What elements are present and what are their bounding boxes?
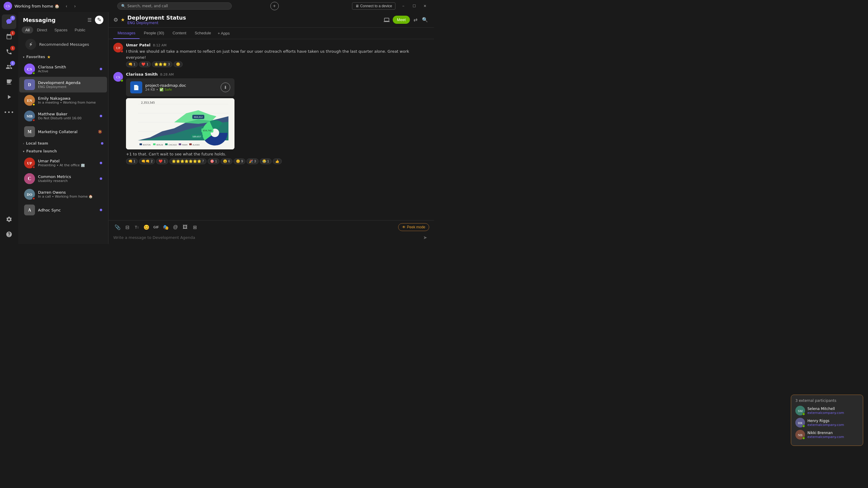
- meet-button[interactable]: Meet: [393, 16, 410, 24]
- tab-spaces[interactable]: Spaces: [51, 27, 71, 33]
- connect-device-button[interactable]: 🖥 Connect to a device: [352, 2, 396, 10]
- sticker-button[interactable]: 🎭: [161, 223, 170, 231]
- tab-messages[interactable]: Messages: [113, 28, 140, 39]
- peek-mode-button[interactable]: 👁 Peek mode: [398, 223, 429, 231]
- search-placeholder: Search, meet, and call: [127, 4, 168, 8]
- emoji-button[interactable]: 😊: [142, 223, 151, 231]
- file-meta: 24 KB • ✅ Safe: [145, 88, 218, 92]
- sidebar-item-chat[interactable]: 5: [2, 14, 16, 29]
- messaging-title: Messaging: [23, 17, 56, 23]
- umar-info: Umar Patel Presenting • At the office 🏢: [38, 159, 97, 167]
- text-format-button[interactable]: T↕: [133, 223, 141, 231]
- tab-direct[interactable]: Direct: [33, 27, 51, 33]
- chat-item-umar[interactable]: UP Umar Patel Presenting • At the office…: [19, 155, 107, 171]
- feature-launch-section-header[interactable]: ▾ Feature launch: [18, 147, 108, 155]
- svg-text:DO: DO: [27, 193, 32, 197]
- tab-people[interactable]: People (30): [140, 28, 168, 39]
- messages-scroll[interactable]: UP Umar Patel 8:12 AM I think we should …: [108, 39, 434, 220]
- mention-button[interactable]: @: [171, 223, 180, 231]
- new-chat-button[interactable]: ✎: [95, 16, 103, 24]
- favorites-section-header[interactable]: ▾ Favorites ★: [18, 53, 108, 61]
- format-block-button[interactable]: ⊟: [123, 223, 131, 231]
- sidebar-item-contacts[interactable]: [2, 75, 16, 89]
- r7[interactable]: 😊 9: [234, 158, 245, 164]
- darren-avatar: DO: [24, 189, 35, 200]
- tab-all[interactable]: All: [22, 27, 33, 33]
- minimize-button[interactable]: −: [398, 2, 409, 10]
- forward-button[interactable]: ›: [71, 2, 79, 10]
- back-button[interactable]: ‹: [63, 2, 70, 10]
- emily-sub: In a meeting • Working from home: [38, 101, 102, 104]
- sidebar-item-calls[interactable]: 1: [2, 44, 16, 59]
- more-toolbar-button[interactable]: ⊞: [190, 223, 199, 231]
- message-input[interactable]: Write a message to Development Agenda: [113, 233, 421, 241]
- sidebar-item-settings[interactable]: [2, 212, 16, 227]
- umar-msg-time: 8:12 AM: [153, 43, 166, 47]
- favorite-icon[interactable]: ★: [121, 17, 125, 23]
- sidebar-item-teams[interactable]: 1: [2, 60, 16, 74]
- chat-item-common-metrics[interactable]: C Common Metrics Usability research: [19, 171, 107, 187]
- r5[interactable]: 🎯 1: [208, 158, 219, 164]
- chat-item-clarissa[interactable]: CS Clarissa Smith Active: [19, 61, 107, 77]
- reaction-heart[interactable]: ❤️ 1: [139, 61, 151, 67]
- message-input-area: 📎 ⊟ T↕ 😊 GIF 🎭 @ 🖼 ⊞ 👁 Peek mode Write a…: [108, 220, 434, 244]
- reaction-fist[interactable]: 👊 1: [126, 61, 138, 67]
- r10[interactable]: 👍: [273, 158, 282, 164]
- feature-launch-chevron: ▾: [23, 150, 24, 153]
- search-chat-button[interactable]: 🔍: [421, 16, 429, 24]
- sidebar-item-activity[interactable]: [2, 90, 16, 104]
- filter-button[interactable]: ☰: [85, 16, 94, 24]
- reaction-stars[interactable]: 🌟🌟🌟 3: [152, 61, 172, 67]
- send-button[interactable]: ➤: [421, 233, 429, 241]
- svg-text:654,745: 654,745: [203, 130, 212, 132]
- r1[interactable]: 👊 1: [126, 158, 138, 164]
- svg-text:BOSTON: BOSTON: [143, 144, 150, 146]
- maximize-button[interactable]: ☐: [409, 2, 420, 10]
- image-button[interactable]: 🖼: [181, 223, 189, 231]
- local-team-section-header[interactable]: › Local team: [18, 139, 108, 147]
- main-layout: 5 1 1 1 ••• Mess: [0, 12, 434, 244]
- chat-item-marketing[interactable]: M Marketing Collateral 🔕: [19, 124, 107, 139]
- tab-public[interactable]: Public: [71, 27, 89, 33]
- chat-item-emily[interactable]: EN Emily Nakagawa In a meeting • Working…: [19, 93, 107, 108]
- clarissa-avatar: CS: [24, 64, 35, 74]
- r6[interactable]: 😮 6: [221, 158, 232, 164]
- chat-item-adhoc[interactable]: A Adhoc Sync: [19, 202, 107, 218]
- chat-header-actions: Meet ⇄ 🔍: [382, 15, 429, 25]
- r3[interactable]: ❤️ 1: [156, 158, 168, 164]
- clarissa-status-text: Active: [38, 69, 97, 73]
- umar-msg-header: Umar Patel 8:12 AM: [126, 43, 429, 47]
- user-avatar[interactable]: CS: [4, 2, 12, 10]
- favorites-chevron: ▾: [23, 56, 24, 59]
- search-bar[interactable]: 🔍 Search, meet, and call: [117, 2, 232, 10]
- r9[interactable]: 😂 1: [260, 158, 272, 164]
- file-info: project-roadmap.doc 24 KB • ✅ Safe: [145, 83, 218, 92]
- tab-content[interactable]: Content: [168, 28, 190, 39]
- sync-icon-button[interactable]: ⇄: [411, 16, 420, 24]
- messaging-panel: Messaging ☰ ✎ All Direct Spaces Public ⚡…: [18, 12, 108, 244]
- gif-button[interactable]: GIF: [152, 223, 160, 231]
- recommended-messages-item[interactable]: ⚡ Recommended Messages: [21, 36, 106, 53]
- chat-area: ⚙ ★ Deployment Status ENG Deployment Mee…: [108, 12, 434, 244]
- attach-button[interactable]: 📎: [113, 223, 122, 231]
- message-clarissa: CS Clarissa Smith 8:28 AM 📄 project-ro: [108, 71, 434, 165]
- add-button[interactable]: +: [270, 2, 279, 10]
- chat-subtitle[interactable]: ENG Deployment: [127, 21, 186, 25]
- r4[interactable]: 🌟🌟🌟🌟🌟🌟🌟 7: [169, 158, 207, 164]
- r8[interactable]: 🎉 3: [247, 158, 258, 164]
- chat-item-dev-agenda[interactable]: D Development Agenda ENG Deployment: [19, 77, 107, 93]
- channel-settings-icon[interactable]: ⚙: [113, 17, 118, 23]
- sidebar-item-more[interactable]: •••: [2, 105, 16, 119]
- sidebar-item-help[interactable]: [2, 227, 16, 241]
- local-team-title: Local team: [26, 141, 48, 145]
- sidebar-item-calendar[interactable]: 1: [2, 30, 16, 44]
- close-button[interactable]: ✕: [420, 2, 430, 10]
- tab-add-apps[interactable]: + Apps: [215, 28, 232, 38]
- chat-item-darren[interactable]: DO Darren Owens In a call • Working from…: [19, 187, 107, 202]
- r2[interactable]: 👊👊 2: [139, 158, 155, 164]
- tab-schedule[interactable]: Schedule: [190, 28, 215, 39]
- download-button[interactable]: ⬇: [221, 83, 230, 92]
- screen-share-button[interactable]: [382, 15, 392, 25]
- reaction-smile[interactable]: 😊: [174, 61, 183, 67]
- chat-item-matthew[interactable]: MB Matthew Baker Do Not Disturb until 16…: [19, 108, 107, 124]
